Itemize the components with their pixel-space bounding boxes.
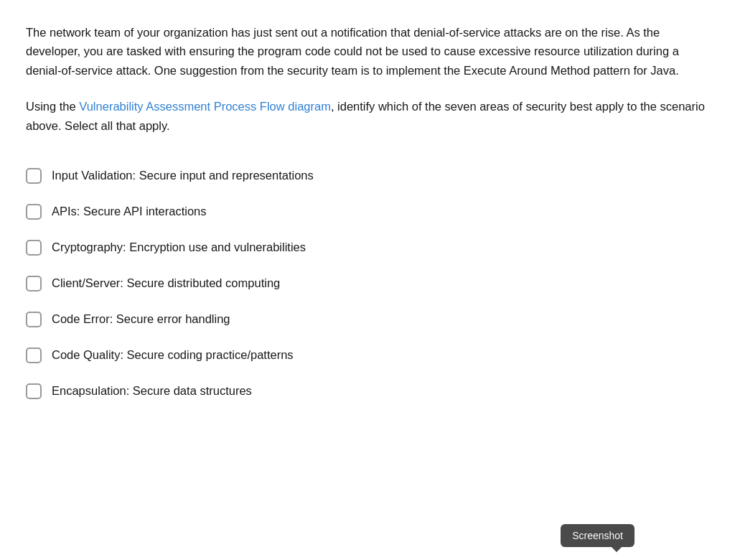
option-label-6[interactable]: Code Quality: Secure coding practice/pat…	[52, 348, 294, 362]
checkbox-1[interactable]	[26, 168, 42, 184]
list-item[interactable]: Code Quality: Secure coding practice/pat…	[26, 337, 709, 373]
checkbox-5[interactable]	[26, 312, 42, 327]
list-item[interactable]: Code Error: Secure error handling	[26, 302, 709, 337]
checkbox-2[interactable]	[26, 204, 42, 220]
options-list: Input Validation: Secure input and repre…	[26, 158, 709, 409]
list-item[interactable]: Cryptography: Encryption use and vulnera…	[26, 230, 709, 266]
checkbox-3[interactable]	[26, 240, 42, 256]
screenshot-badge: Screenshot	[561, 524, 635, 547]
question-paragraph: Using the Vulnerability Assessment Proce…	[26, 97, 709, 135]
option-label-4[interactable]: Client/Server: Secure distributed comput…	[52, 276, 280, 290]
option-label-7[interactable]: Encapsulation: Secure data structures	[52, 384, 252, 398]
option-label-5[interactable]: Code Error: Secure error handling	[52, 312, 230, 326]
question-prefix: Using the	[26, 100, 79, 113]
vulnerability-link[interactable]: Vulnerability Assessment Process Flow di…	[79, 100, 331, 113]
checkbox-6[interactable]	[26, 347, 42, 363]
intro-paragraph: The network team of your organization ha…	[26, 23, 709, 80]
main-content: The network team of your organization ha…	[0, 0, 735, 438]
list-item[interactable]: Encapsulation: Secure data structures	[26, 373, 709, 409]
checkbox-4[interactable]	[26, 276, 42, 291]
checkbox-7[interactable]	[26, 383, 42, 399]
list-item[interactable]: Input Validation: Secure input and repre…	[26, 158, 709, 194]
list-item[interactable]: Client/Server: Secure distributed comput…	[26, 266, 709, 302]
option-label-1[interactable]: Input Validation: Secure input and repre…	[52, 169, 314, 182]
list-item[interactable]: APIs: Secure API interactions	[26, 194, 709, 230]
option-label-2[interactable]: APIs: Secure API interactions	[52, 205, 207, 218]
option-label-3[interactable]: Cryptography: Encryption use and vulnera…	[52, 241, 306, 254]
